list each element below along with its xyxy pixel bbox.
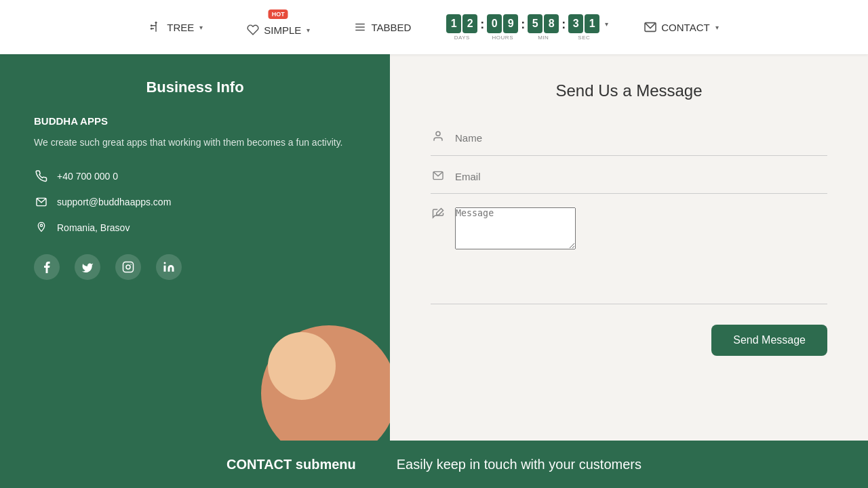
- location-icon: [34, 220, 49, 235]
- min-digit-1: 5: [528, 14, 542, 33]
- linkedin-icon[interactable]: [156, 254, 182, 280]
- social-row: [34, 254, 356, 280]
- hot-badge: HOT: [269, 9, 288, 19]
- message-input[interactable]: [455, 207, 576, 249]
- left-panel: Business Info BUDDHA APPS We create such…: [0, 54, 390, 441]
- svg-point-5: [155, 22, 157, 24]
- email-icon: [34, 195, 49, 209]
- svg-point-11: [40, 224, 42, 226]
- name-field: [431, 121, 827, 156]
- svg-rect-12: [123, 262, 134, 272]
- nav-tabbed-label: TABBED: [371, 22, 411, 33]
- sec-digit-2: 1: [585, 14, 599, 33]
- nav-item-tree[interactable]: TREE ▾: [141, 15, 211, 39]
- email-field-icon: [431, 169, 446, 184]
- address-text: Romania, Brasov: [57, 222, 130, 233]
- tabbed-icon: [353, 20, 367, 34]
- hours-digit-2: 9: [503, 14, 518, 33]
- right-panel: Send Us a Message: [390, 54, 868, 441]
- days-digit-1: 1: [446, 14, 461, 33]
- hours-digit-1: 0: [487, 14, 502, 33]
- tree-chevron: ▾: [199, 24, 203, 31]
- phone-icon: [34, 169, 49, 184]
- svg-point-13: [126, 265, 130, 269]
- countdown-seconds: 3 1 SEC: [568, 14, 599, 41]
- contact-chevron: ▾: [715, 24, 719, 31]
- svg-point-16: [436, 131, 440, 136]
- min-label: MIN: [538, 35, 549, 41]
- company-name: BUDDHA APPS: [34, 115, 356, 127]
- nav-item-tabbed[interactable]: TABBED: [345, 15, 419, 39]
- sec-digit-1: 3: [568, 14, 583, 33]
- min-digit-2: 8: [544, 14, 559, 33]
- nav-item-contact[interactable]: CONTACT ▾: [635, 15, 726, 39]
- contact-icon: [644, 20, 657, 34]
- twitter-icon[interactable]: [75, 254, 100, 280]
- instagram-icon[interactable]: [115, 254, 141, 280]
- email-field-row: [431, 160, 827, 194]
- company-desc: We create such great apps that working w…: [34, 135, 356, 150]
- name-field-icon: [431, 130, 446, 146]
- colon-2: :: [521, 18, 525, 32]
- svg-point-14: [130, 264, 132, 266]
- email-input[interactable]: [455, 171, 827, 182]
- colon-1: :: [480, 18, 484, 32]
- bottom-bar: CONTACT submenu Easily keep in touch wit…: [0, 441, 868, 488]
- countdown: 1 2 DAYS : 0 9 HOURS : 5 8 MIN : 3 1: [446, 14, 608, 41]
- svg-point-3: [151, 24, 153, 26]
- navbar: TREE ▾ HOT SIMPLE ▾ TABBED 1 2: [0, 0, 868, 54]
- bottom-left-text: CONTACT submenu: [226, 457, 356, 472]
- phone-item: +40 700 000 0: [34, 169, 356, 184]
- sec-label: SEC: [578, 35, 590, 41]
- days-label: DAYS: [454, 35, 470, 41]
- countdown-minutes: 5 8 MIN: [528, 14, 559, 41]
- facebook-icon[interactable]: [34, 254, 60, 280]
- countdown-days: 1 2 DAYS: [446, 14, 477, 41]
- address-item: Romania, Brasov: [34, 220, 356, 235]
- business-title: Business Info: [34, 79, 356, 96]
- deco-small-circle: [268, 332, 336, 400]
- nav-contact-label: CONTACT: [661, 22, 709, 33]
- nav-item-simple[interactable]: HOT SIMPLE ▾: [238, 12, 318, 42]
- bottom-right-text: Easily keep in touch with your customers: [397, 457, 642, 472]
- simple-icon: [246, 23, 260, 37]
- email-text: support@buddhaapps.com: [57, 197, 171, 207]
- name-input[interactable]: [455, 132, 827, 144]
- colon-3: :: [561, 18, 566, 32]
- message-field-icon: [431, 207, 446, 223]
- simple-chevron: ▾: [307, 26, 310, 34]
- countdown-hours: 0 9 HOURS: [487, 14, 518, 41]
- phone-text: +40 700 000 0: [57, 171, 118, 182]
- svg-point-15: [164, 262, 166, 264]
- countdown-chevron: ▾: [605, 20, 608, 28]
- message-field-row: [431, 198, 827, 304]
- days-digit-2: 2: [462, 14, 477, 33]
- main-content: Business Info BUDDHA APPS We create such…: [0, 54, 868, 441]
- nav-tree-label: TREE: [167, 22, 194, 33]
- form-title: Send Us a Message: [431, 81, 827, 100]
- svg-point-4: [151, 28, 153, 30]
- email-item: support@buddhaapps.com: [34, 195, 356, 209]
- hours-label: HOURS: [492, 35, 513, 41]
- tree-icon: [149, 20, 163, 34]
- send-message-button[interactable]: Send Message: [711, 325, 827, 356]
- nav-simple-label: SIMPLE: [264, 24, 301, 36]
